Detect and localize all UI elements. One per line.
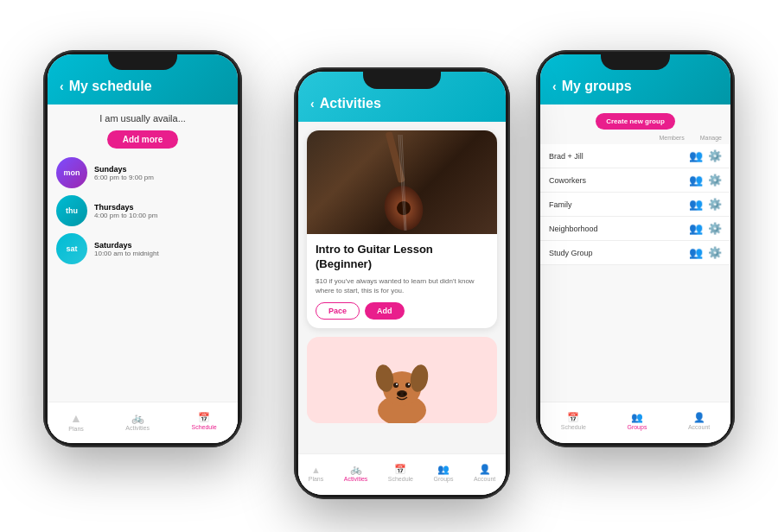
group-actions-0: 👥 ⚙️: [689, 149, 722, 162]
day-badge-thu: thu: [56, 195, 87, 226]
groups-icon-c: 👥: [437, 464, 450, 475]
nav-activities-left[interactable]: 🚲 Activities: [125, 412, 150, 431]
nav-groups-right[interactable]: 👥 Groups: [627, 412, 647, 430]
svg-point-13: [408, 383, 410, 385]
group-actions-4: 👥 ⚙️: [689, 246, 722, 259]
add-button[interactable]: Add: [365, 302, 405, 320]
group-actions-1: 👥 ⚙️: [689, 174, 722, 187]
activities-bottom-nav: ▲ Plans 🚲 Activities 📅 Schedule 👥 Groups…: [298, 453, 506, 495]
activities-label-c: Activities: [344, 476, 368, 482]
phones-container: ‹ My schedule I am usually availa... Add…: [17, 16, 761, 516]
group-actions-3: 👥 ⚙️: [689, 222, 722, 235]
phone-right-inner: ‹ My groups Create new group Members Man…: [540, 54, 730, 443]
nav-account-center[interactable]: 👤 Account: [474, 464, 495, 482]
group-name-4: Study Group: [549, 249, 689, 257]
schedule-icon-r: 📅: [567, 412, 579, 423]
group-item-3: Neighborhood 👥 ⚙️: [540, 217, 730, 241]
group-name-1: Coworkers: [549, 176, 689, 185]
schedule-item-mon: mon Sundays 6:00 pm to 9:00 pm: [56, 157, 229, 188]
notch-left: [108, 54, 177, 70]
account-icon-c: 👤: [479, 464, 491, 475]
settings-icon-2[interactable]: ⚙️: [708, 198, 722, 211]
members-icon-4[interactable]: 👥: [689, 246, 703, 259]
members-icon-2[interactable]: 👥: [689, 198, 703, 211]
activity-buttons: Pace Add: [316, 302, 488, 320]
guitar-svg: [367, 130, 437, 234]
notch-right: [601, 54, 670, 70]
nav-groups-center[interactable]: 👥 Groups: [433, 464, 453, 482]
phone-center: ‹ Activities: [294, 67, 510, 499]
phone-right: ‹ My groups Create new group Members Man…: [536, 50, 735, 447]
plans-icon-c: ▲: [311, 465, 321, 475]
phone-left: ‹ My schedule I am usually availa... Add…: [43, 50, 242, 447]
schedule-title: My schedule: [69, 79, 152, 94]
schedule-info-thu: Thursdays 4:00 pm to 10:00 pm: [94, 203, 157, 219]
activities-title: Activities: [320, 96, 381, 111]
guitar-card: Intro to Guitar Lesson (Beginner) $10 if…: [307, 130, 497, 328]
groups-label-r: Groups: [627, 424, 647, 430]
svg-point-10: [393, 383, 399, 388]
group-item-0: Brad + Jill 👥 ⚙️: [540, 144, 730, 168]
groups-icon-r: 👥: [631, 412, 643, 423]
schedule-icon-c: 📅: [394, 464, 406, 475]
notch-center: [363, 72, 441, 89]
activity-info: Intro to Guitar Lesson (Beginner) $10 if…: [307, 234, 497, 328]
add-more-button[interactable]: Add more: [107, 130, 179, 149]
activities-label: Activities: [125, 425, 150, 431]
guitar-image: [307, 130, 497, 234]
members-icon-3[interactable]: 👥: [689, 222, 703, 235]
group-item-1: Coworkers 👥 ⚙️: [540, 168, 730, 193]
dog-illustration: [307, 337, 497, 423]
nav-schedule-center[interactable]: 📅 Schedule: [388, 464, 413, 482]
create-group-button[interactable]: Create new group: [596, 113, 675, 130]
svg-point-11: [405, 383, 411, 388]
phone-left-inner: ‹ My schedule I am usually availa... Add…: [48, 54, 238, 443]
nav-schedule-right[interactable]: 📅 Schedule: [561, 412, 586, 430]
schedule-bottom-nav: ▲ Plans 🚲 Activities 📅 Schedule: [48, 402, 238, 443]
account-icon-r: 👤: [693, 412, 705, 423]
back-arrow-center[interactable]: ‹: [310, 97, 315, 111]
plans-icon: ▲: [70, 411, 82, 425]
activity-title: Intro to Guitar Lesson (Beginner): [316, 243, 488, 272]
activities-content: Intro to Guitar Lesson (Beginner) $10 if…: [298, 122, 506, 495]
schedule-content: I am usually availa... Add more mon Sund…: [48, 104, 238, 443]
schedule-icon: 📅: [198, 412, 210, 423]
schedule-label-c: Schedule: [388, 476, 413, 482]
day-badge-sat: sat: [56, 233, 87, 264]
plans-label-c: Plans: [309, 476, 324, 482]
phone-center-inner: ‹ Activities: [298, 72, 506, 495]
members-icon-1[interactable]: 👥: [689, 174, 703, 187]
members-icon-0[interactable]: 👥: [689, 149, 703, 162]
settings-icon-3[interactable]: ⚙️: [708, 222, 722, 235]
group-actions-2: 👥 ⚙️: [689, 198, 722, 211]
schedule-info-sat: Saturdays 10:00 am to midnight: [94, 241, 159, 257]
svg-point-12: [396, 383, 398, 385]
group-name-3: Neighborhood: [549, 225, 689, 233]
settings-icon-4[interactable]: ⚙️: [708, 246, 722, 259]
groups-column-headers: Members Manage: [540, 135, 730, 144]
nav-plans-center[interactable]: ▲ Plans: [309, 465, 324, 482]
group-name-0: Brad + Jill: [549, 152, 689, 161]
settings-icon-0[interactable]: ⚙️: [708, 149, 722, 162]
account-label-c: Account: [474, 476, 495, 482]
schedule-item-sat: sat Saturdays 10:00 am to midnight: [56, 233, 229, 264]
schedule-item-thu: thu Thursdays 4:00 pm to 10:00 pm: [56, 195, 229, 226]
dog-card: [307, 337, 497, 423]
back-arrow-right[interactable]: ‹: [552, 79, 557, 93]
plans-label: Plans: [68, 426, 84, 432]
nav-plans-left[interactable]: ▲ Plans: [68, 411, 84, 432]
groups-label-c: Groups: [433, 476, 453, 482]
nav-schedule-left[interactable]: 📅 Schedule: [192, 412, 217, 430]
pace-button[interactable]: Pace: [316, 302, 360, 320]
schedule-subtitle: I am usually availa...: [56, 113, 229, 124]
group-name-2: Family: [549, 200, 689, 209]
groups-bottom-nav: 📅 Schedule 👥 Groups 👤 Account: [540, 402, 730, 443]
day-badge-mon: mon: [56, 157, 87, 188]
nav-account-right[interactable]: 👤 Account: [688, 412, 710, 430]
svg-point-16: [404, 393, 406, 396]
back-arrow-left[interactable]: ‹: [60, 79, 64, 93]
groups-title: My groups: [562, 79, 632, 94]
nav-activities-center[interactable]: 🚲 Activities: [344, 464, 368, 482]
schedule-info-mon: Sundays 6:00 pm to 9:00 pm: [94, 165, 154, 181]
settings-icon-1[interactable]: ⚙️: [708, 174, 722, 187]
